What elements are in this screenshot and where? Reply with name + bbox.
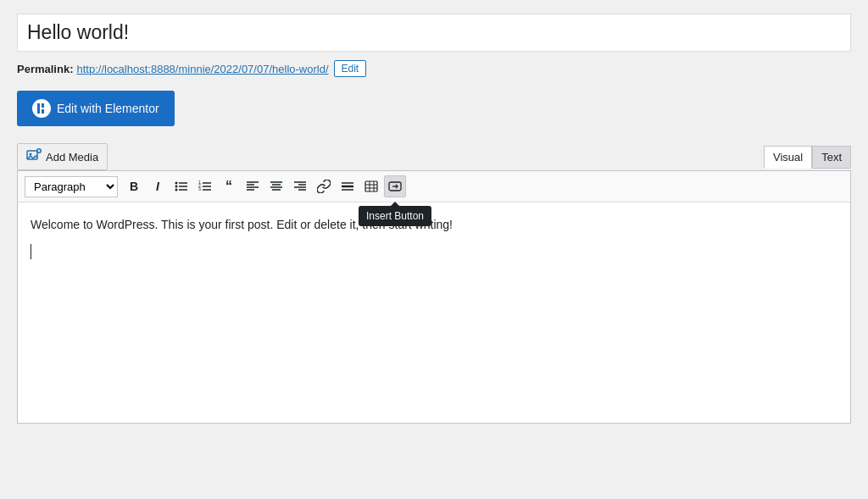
permalink-row: Permalink: http://localhost:8888/minnie/… xyxy=(17,60,851,77)
permalink-edit-button[interactable]: Edit xyxy=(334,60,367,77)
svg-point-10 xyxy=(175,186,178,188)
table-button[interactable] xyxy=(360,175,382,197)
unordered-list-button[interactable] xyxy=(170,175,192,197)
align-center-icon xyxy=(270,180,283,193)
elementor-icon xyxy=(32,99,51,118)
editor-toolbar: Paragraph Heading 1 Heading 2 Heading 3 … xyxy=(18,171,850,202)
svg-text:3.: 3. xyxy=(198,186,202,191)
editor-content-area[interactable]: Welcome to WordPress. This is your first… xyxy=(18,202,850,423)
elementor-button-label: Edit with Elementor xyxy=(57,102,159,115)
add-media-label: Add Media xyxy=(46,151,98,164)
align-center-button[interactable] xyxy=(265,175,287,197)
permalink-link[interactable]: http://localhost:8888/minnie/2022/07/07/… xyxy=(76,63,328,75)
add-media-button[interactable]: Add Media xyxy=(17,143,108,170)
align-left-button[interactable] xyxy=(242,175,264,197)
align-left-icon xyxy=(246,180,259,193)
link-button[interactable] xyxy=(313,175,335,197)
ul-icon xyxy=(175,180,188,193)
elementor-logo-svg xyxy=(36,103,47,114)
svg-rect-0 xyxy=(37,103,40,114)
tab-text[interactable]: Text xyxy=(812,146,851,169)
paragraph-format-select[interactable]: Paragraph Heading 1 Heading 2 Heading 3 … xyxy=(25,176,118,197)
editor-container: Paragraph Heading 1 Heading 2 Heading 3 … xyxy=(17,170,851,424)
italic-button[interactable]: I xyxy=(147,175,169,197)
tab-visual[interactable]: Visual xyxy=(764,146,812,169)
insert-button-wrapper: Insert Button xyxy=(384,175,406,197)
ordered-list-button[interactable]: 1. 2. 3. xyxy=(194,175,216,197)
blockquote-button[interactable]: “ xyxy=(218,175,240,197)
add-media-icon xyxy=(26,148,42,165)
insert-button-icon xyxy=(388,180,402,193)
visual-text-tabs: Visual Text xyxy=(764,146,851,169)
bold-button[interactable]: B xyxy=(123,175,145,197)
link-icon xyxy=(317,180,331,193)
hr-icon xyxy=(341,180,354,193)
editor-section: Add Media Visual Text Paragraph Heading … xyxy=(17,143,851,424)
post-title-input[interactable] xyxy=(17,14,851,52)
svg-rect-2 xyxy=(42,109,44,114)
editor-cursor xyxy=(31,244,31,259)
svg-point-12 xyxy=(175,189,178,191)
svg-point-8 xyxy=(175,182,178,185)
editor-top-bar: Add Media Visual Text xyxy=(17,143,851,170)
align-right-button[interactable] xyxy=(289,175,311,197)
align-right-icon xyxy=(293,180,307,193)
table-icon xyxy=(364,180,378,193)
insert-button-toolbar[interactable] xyxy=(384,175,406,197)
ol-icon: 1. 2. 3. xyxy=(198,180,212,193)
svg-rect-35 xyxy=(365,181,377,191)
svg-rect-1 xyxy=(42,103,44,108)
page-wrapper: Permalink: http://localhost:8888/minnie/… xyxy=(0,0,868,437)
permalink-label: Permalink: xyxy=(17,63,73,75)
editor-text-paragraph: Welcome to WordPress. This is your first… xyxy=(31,215,837,234)
edit-with-elementor-button[interactable]: Edit with Elementor xyxy=(17,91,175,126)
horizontal-rule-button[interactable] xyxy=(337,175,359,197)
